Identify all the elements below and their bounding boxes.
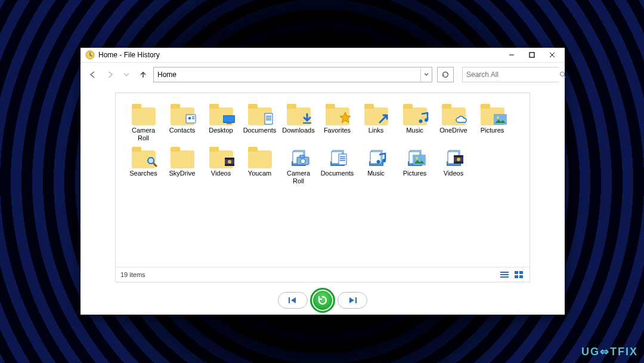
svg-rect-10 <box>192 118 194 119</box>
svg-rect-44 <box>340 160 345 161</box>
svg-point-50 <box>382 159 386 162</box>
svg-rect-28 <box>225 164 234 166</box>
search-input[interactable] <box>463 67 559 82</box>
svg-point-20 <box>425 118 428 122</box>
refresh-button[interactable] <box>437 67 454 82</box>
folder-item[interactable]: Downloads <box>280 101 317 142</box>
svg-rect-70 <box>519 271 523 274</box>
svg-rect-73 <box>289 297 290 303</box>
folder-icon <box>208 101 234 125</box>
svg-rect-71 <box>515 275 518 278</box>
nav-toolbar <box>80 63 565 87</box>
next-version-button[interactable] <box>338 292 367 309</box>
svg-rect-74 <box>355 297 357 303</box>
folder-item[interactable]: SkyDrive <box>164 144 200 185</box>
svg-point-29 <box>228 160 231 164</box>
search-icon <box>559 71 566 78</box>
item-label: Camera Roll <box>125 127 162 142</box>
folder-item[interactable]: Camera Roll <box>125 101 162 142</box>
svg-point-8 <box>188 117 191 120</box>
folder-item[interactable]: Pictures <box>474 101 510 142</box>
folder-icon <box>286 101 312 125</box>
svg-rect-66 <box>500 272 509 273</box>
picture-icon <box>494 114 507 127</box>
folder-item[interactable]: Music <box>397 101 433 142</box>
svg-rect-69 <box>515 271 518 274</box>
folder-item[interactable]: Youcam <box>242 144 278 185</box>
music-icon <box>417 112 429 127</box>
library-icon <box>441 144 467 168</box>
item-label: Pictures <box>403 170 427 177</box>
search-box[interactable] <box>462 67 559 82</box>
folder-item[interactable]: Videos <box>203 144 239 185</box>
svg-rect-64 <box>454 162 463 164</box>
svg-rect-27 <box>225 158 234 159</box>
item-label: Links <box>369 127 384 134</box>
library-icon <box>324 144 351 168</box>
svg-point-65 <box>457 158 460 161</box>
folder-item[interactable]: Links <box>358 101 394 142</box>
folder-item[interactable]: Favorites <box>319 101 355 142</box>
folder-item[interactable]: Searches <box>125 144 162 185</box>
address-input[interactable] <box>154 67 420 82</box>
svg-rect-67 <box>500 274 509 275</box>
svg-rect-18 <box>303 122 311 124</box>
svg-point-23 <box>497 116 499 119</box>
file-history-window: Home - File History Camera RollContactsD… <box>80 48 565 315</box>
svg-rect-16 <box>266 118 271 118</box>
folder-item[interactable]: Videos <box>435 144 472 185</box>
desktop-icon <box>222 114 236 127</box>
svg-rect-72 <box>519 275 523 278</box>
up-button[interactable] <box>137 68 150 81</box>
titlebar: Home - File History <box>80 48 565 63</box>
folder-item[interactable]: Documents <box>319 144 355 185</box>
svg-rect-12 <box>224 116 234 122</box>
window-title: Home - File History <box>98 51 501 59</box>
maximize-button[interactable] <box>522 48 542 62</box>
svg-rect-2 <box>530 53 534 57</box>
doc-icon <box>264 113 274 127</box>
link-icon <box>377 112 391 127</box>
item-label: Youcam <box>248 170 271 177</box>
folder-item[interactable]: Documents <box>242 101 278 142</box>
item-label: Music <box>406 127 423 134</box>
folder-icon <box>363 101 389 125</box>
svg-line-25 <box>153 163 157 167</box>
minimize-button[interactable] <box>501 48 522 62</box>
restore-button[interactable] <box>310 288 335 313</box>
svg-rect-14 <box>265 113 273 124</box>
svg-rect-9 <box>192 116 194 117</box>
view-details-button[interactable] <box>499 270 510 279</box>
forward-button[interactable] <box>103 68 116 81</box>
close-button[interactable] <box>542 48 562 62</box>
camera-icon <box>296 155 309 167</box>
view-icons-button[interactable] <box>513 270 525 279</box>
address-dropdown-icon[interactable] <box>420 67 432 82</box>
svg-point-5 <box>561 72 565 76</box>
back-button[interactable] <box>86 68 100 81</box>
folder-item[interactable]: Pictures <box>397 144 433 185</box>
folder-item[interactable]: OneDrive <box>435 101 472 142</box>
video-icon <box>224 156 236 170</box>
folder-item[interactable]: Desktop <box>203 101 239 142</box>
folder-icon <box>208 144 234 168</box>
folder-icon <box>247 101 273 125</box>
item-label: Camera Roll <box>280 170 317 185</box>
folder-icon <box>441 101 467 125</box>
status-bar: 19 items <box>116 267 530 282</box>
folder-item[interactable]: Contacts <box>164 101 200 142</box>
folder-item[interactable]: Music <box>358 144 394 185</box>
app-icon <box>85 50 95 60</box>
address-bar[interactable] <box>153 67 432 82</box>
svg-rect-63 <box>454 155 463 157</box>
item-label: Favorites <box>324 127 351 134</box>
item-label: Pictures <box>481 127 504 134</box>
item-label: Searches <box>129 170 157 177</box>
item-label: Desktop <box>209 127 233 134</box>
recent-locations-button[interactable] <box>120 68 133 81</box>
folder-icon <box>247 144 273 168</box>
folder-item[interactable]: Camera Roll <box>280 144 317 185</box>
item-label: Documents <box>243 127 277 134</box>
previous-version-button[interactable] <box>278 292 308 309</box>
item-label: SkyDrive <box>169 170 195 177</box>
